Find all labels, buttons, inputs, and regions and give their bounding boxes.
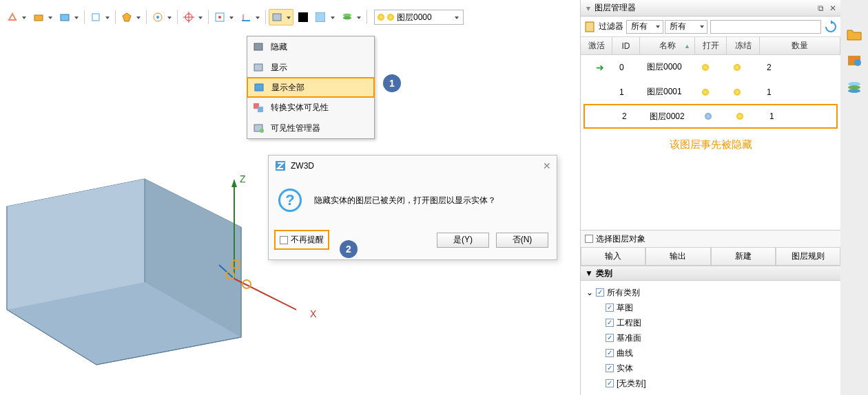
grid-header: 激活 ID 名称▲ 打开 冻结 数量 — [581, 37, 840, 55]
checkbox-box — [280, 236, 288, 244]
new-button[interactable]: 新建 — [711, 248, 776, 266]
filter-icon[interactable] — [583, 21, 596, 33]
category-tree: ⌄所有类别 草图 工程图 基准面 曲线 实体 [无类别] — [581, 281, 840, 395]
svg-rect-13 — [273, 14, 281, 21]
svg-rect-14 — [298, 12, 308, 22]
filter-select-2[interactable]: 所有 — [665, 20, 707, 34]
dialog-titlebar[interactable]: ZW3D ✕ — [269, 156, 557, 176]
tool-btn-color-blue[interactable] — [313, 9, 338, 25]
svg-rect-18 — [254, 43, 262, 50]
3d-viewport[interactable]: Z X — [0, 158, 296, 392]
tool-btn-5[interactable] — [118, 9, 143, 25]
folder-icon[interactable] — [846, 28, 862, 41]
no-button[interactable]: 否(N) — [496, 233, 548, 248]
tree-curve[interactable]: 曲线 — [586, 345, 835, 361]
dialog-title-text: ZW3D — [291, 161, 314, 171]
tool-btn-visibility[interactable] — [269, 9, 293, 25]
restore-icon[interactable]: ⧉ — [818, 3, 824, 13]
panel-titlebar[interactable]: ▾ 图层管理器 ⧉✕ — [581, 0, 840, 17]
layers-icon[interactable] — [846, 80, 862, 94]
dd-show-all[interactable]: 显示全部 — [247, 77, 375, 98]
sun-icon[interactable] — [736, 113, 743, 120]
dd-manager[interactable]: 可见性管理器 — [247, 118, 374, 138]
svg-point-5 — [156, 16, 159, 19]
sun-icon — [387, 14, 394, 21]
layer-selector-combo[interactable]: 图层0000 — [374, 10, 464, 25]
tree-datum[interactable]: 基准面 — [586, 330, 835, 345]
svg-rect-1 — [61, 14, 69, 21]
svg-line-35 — [234, 279, 296, 313]
filter-select-1[interactable]: 所有 — [626, 20, 663, 34]
dialog-message: 隐藏实体的图层已被关闭，打开图层以显示实体？ — [314, 195, 496, 206]
dont-remind-checkbox[interactable]: 不再提醒 — [274, 230, 329, 250]
svg-point-17 — [343, 17, 351, 20]
layer-row-1[interactable]: 1 图层0001 1 — [581, 80, 840, 105]
panel-buttons: 输入 输出 新建 图层规则 — [581, 248, 840, 266]
svg-point-48 — [848, 89, 860, 93]
svg-point-45 — [854, 59, 861, 66]
hidden-layer-note: 该图层事先被隐藏 — [581, 129, 840, 161]
filter-row: 过滤器 所有 所有 — [581, 17, 840, 37]
tree-none[interactable]: [无类别] — [586, 376, 835, 391]
filter-input[interactable] — [710, 20, 821, 34]
bulb-off-icon[interactable] — [705, 113, 712, 120]
panel-sidebar — [840, 0, 868, 395]
sun-icon[interactable] — [734, 64, 741, 71]
dd-toggle[interactable]: 转换实体可见性 — [247, 97, 374, 118]
tool-btn-layers[interactable] — [339, 9, 364, 25]
svg-marker-34 — [231, 179, 237, 187]
axis-z-label: Z — [240, 173, 246, 184]
tool-btn-2[interactable] — [30, 9, 55, 25]
bulb-on-icon[interactable] — [702, 64, 709, 71]
tool-icon-1[interactable] — [846, 54, 862, 67]
import-button[interactable]: 输入 — [581, 248, 645, 266]
svg-point-10 — [218, 16, 221, 19]
layer-name-text: 图层0000 — [397, 12, 432, 23]
dd-hide[interactable]: 隐藏 — [247, 36, 374, 57]
export-button[interactable]: 输出 — [645, 248, 710, 266]
tree-sketch[interactable]: 草图 — [586, 300, 835, 315]
layer-manager-panel: ▾ 图层管理器 ⧉✕ 过滤器 所有 所有 激活 ID 名称▲ 打开 冻结 数量 … — [580, 0, 868, 395]
svg-rect-15 — [316, 12, 325, 22]
tool-btn-1[interactable] — [4, 9, 29, 25]
grid-body: ➜ 0 图层0000 2 1 图层0001 1 2 图层0002 — [581, 55, 840, 129]
svg-marker-3 — [123, 13, 131, 21]
tool-btn-6[interactable] — [149, 9, 174, 25]
tool-btn-4[interactable] — [87, 9, 112, 25]
category-header[interactable]: ▼类别 — [581, 266, 840, 281]
panel-title: 图层管理器 — [595, 2, 636, 14]
app-icon — [274, 160, 287, 172]
tree-root[interactable]: ⌄所有类别 — [586, 285, 835, 300]
callout-1: 1 — [383, 74, 401, 92]
refresh-icon[interactable] — [824, 20, 838, 34]
tool-btn-9[interactable] — [238, 9, 262, 25]
axis-x-label: X — [310, 308, 316, 319]
panel-close-icon[interactable]: ✕ — [829, 3, 836, 13]
close-icon[interactable]: ✕ — [543, 160, 551, 171]
svg-rect-2 — [92, 14, 99, 21]
svg-rect-0 — [34, 15, 43, 21]
bulb-on-icon[interactable] — [702, 89, 709, 96]
svg-point-24 — [260, 129, 264, 133]
layer-row-2[interactable]: 2 图层0002 1 — [583, 104, 838, 129]
question-icon: ? — [278, 189, 302, 212]
svg-rect-22 — [258, 107, 263, 112]
bulb-icon — [378, 14, 384, 21]
tool-btn-8[interactable] — [211, 9, 236, 25]
dd-show[interactable]: 显示 — [247, 57, 374, 78]
tool-btn-3[interactable] — [56, 9, 81, 25]
sun-icon[interactable] — [734, 89, 741, 96]
active-arrow-icon: ➜ — [596, 62, 604, 73]
tree-drawing[interactable]: 工程图 — [586, 315, 835, 330]
svg-rect-19 — [254, 64, 262, 71]
tool-btn-7[interactable] — [180, 9, 205, 25]
tree-solid[interactable]: 实体 — [586, 361, 835, 376]
tool-btn-color-black[interactable] — [295, 9, 311, 25]
svg-rect-20 — [255, 84, 263, 91]
confirm-dialog: ZW3D ✕ ? 隐藏实体的图层已被关闭，打开图层以显示实体？ 不再提醒 是(Y… — [268, 155, 557, 260]
rules-button[interactable]: 图层规则 — [776, 248, 840, 266]
layer-row-0[interactable]: ➜ 0 图层0000 2 — [581, 55, 840, 80]
select-layer-objects[interactable]: 选择图层对象 — [581, 230, 840, 248]
visibility-dropdown: 隐藏 显示 显示全部 转换实体可见性 可见性管理器 — [247, 36, 375, 139]
yes-button[interactable]: 是(Y) — [437, 233, 489, 248]
